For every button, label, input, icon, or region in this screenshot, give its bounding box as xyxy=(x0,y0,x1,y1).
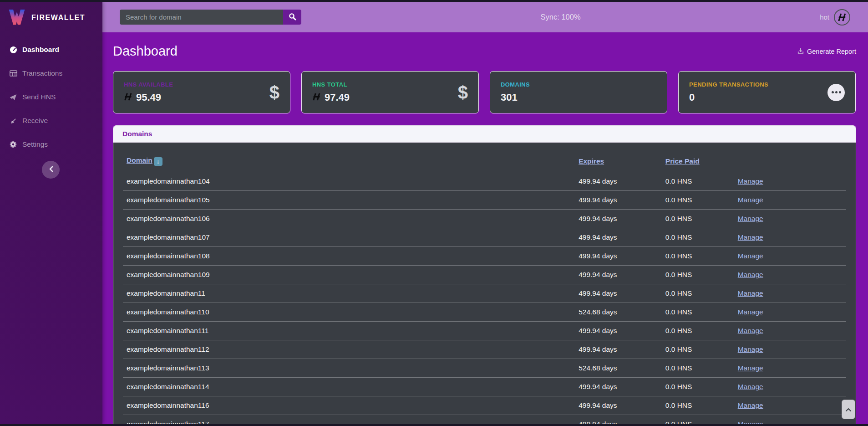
stat-card-pending-transactions: PENDING TRANSACTIONS 0 xyxy=(678,71,856,113)
sidebar-item-transactions[interactable]: Transactions xyxy=(0,62,102,85)
manage-link[interactable]: Manage xyxy=(738,327,763,334)
domain-cell: exampledomainnathan106 xyxy=(123,210,575,228)
sidebar-item-label: Transactions xyxy=(22,69,62,77)
table-row: exampledomainnathan112 499.94 days 0.0 H… xyxy=(123,340,846,359)
card-value: 301 xyxy=(501,92,518,103)
price-paid-cell: 0.0 HNS xyxy=(662,266,734,284)
gauge-icon xyxy=(9,46,17,54)
card-value: 97.49 xyxy=(325,92,350,103)
brand[interactable]: FIREWALLET xyxy=(0,2,102,32)
page-header: Dashboard Generate Report xyxy=(113,44,856,59)
manage-link[interactable]: Manage xyxy=(738,196,763,204)
manage-link[interactable]: Manage xyxy=(738,177,763,185)
table-header-row: Domain↓ Expires Price Paid xyxy=(123,144,846,172)
column-header-domain[interactable]: Domain xyxy=(127,156,152,164)
domains-table-body: exampledomainnathan104 499.94 days 0.0 H… xyxy=(123,172,846,425)
firewallet-w-logo-icon xyxy=(8,9,25,27)
dollar-icon: $ xyxy=(269,83,279,102)
card-label: HNS TOTAL xyxy=(312,81,350,88)
expires-cell: 499.94 days xyxy=(575,172,662,191)
domain-search xyxy=(120,10,301,25)
domain-cell: exampledomainnathan109 xyxy=(123,266,575,284)
table-row: exampledomainnathan113 524.68 days 0.0 H… xyxy=(123,359,846,378)
chevron-left-icon xyxy=(49,166,53,174)
wallet-indicator: hot xyxy=(820,9,850,26)
domains-panel-title: Domains xyxy=(113,126,856,143)
domain-cell: exampledomainnathan105 xyxy=(123,191,575,210)
domain-cell: exampledomainnathan114 xyxy=(123,378,575,396)
sort-desc-icon[interactable]: ↓ xyxy=(154,157,162,166)
chevron-up-icon xyxy=(846,406,851,413)
domains-table: Domain↓ Expires Price Paid exampledomain… xyxy=(123,144,846,425)
table-row: exampledomainnathan106 499.94 days 0.0 H… xyxy=(123,210,846,228)
sidebar-item-receive[interactable]: Receive xyxy=(0,109,102,133)
expires-cell: 499.94 days xyxy=(575,210,662,228)
expires-cell: 524.68 days xyxy=(575,303,662,322)
manage-link[interactable]: Manage xyxy=(738,345,763,353)
price-paid-cell: 0.0 HNS xyxy=(662,322,734,340)
domain-cell: exampledomainnathan104 xyxy=(123,172,575,191)
expires-cell: 499.94 days xyxy=(575,415,662,425)
expires-cell: 499.94 days xyxy=(575,340,662,359)
card-label: PENDING TRANSACTIONS xyxy=(689,81,768,88)
manage-link[interactable]: Manage xyxy=(738,364,763,372)
sidebar-item-dashboard[interactable]: Dashboard xyxy=(0,38,102,62)
card-label: DOMAINS xyxy=(501,81,530,88)
table-icon xyxy=(9,70,17,77)
manage-link[interactable]: Manage xyxy=(738,271,763,278)
domains-panel-body: Domain↓ Expires Price Paid exampledomain… xyxy=(113,143,856,425)
topbar: Sync: 100% hot xyxy=(102,2,868,32)
table-row: exampledomainnathan111 499.94 days 0.0 H… xyxy=(123,322,846,340)
expires-cell: 524.68 days xyxy=(575,359,662,378)
domain-cell: exampledomainnathan107 xyxy=(123,228,575,247)
domain-cell: exampledomainnathan113 xyxy=(123,359,575,378)
scroll-to-top-button[interactable] xyxy=(842,400,855,419)
table-row: exampledomainnathan104 499.94 days 0.0 H… xyxy=(123,172,846,191)
domains-panel: Domains Domain↓ Expires Price Paid examp… xyxy=(113,125,856,425)
table-row: exampledomainnathan114 499.94 days 0.0 H… xyxy=(123,378,846,396)
manage-link[interactable]: Manage xyxy=(738,252,763,260)
domain-cell: exampledomainnathan112 xyxy=(123,340,575,359)
search-button[interactable] xyxy=(283,10,301,25)
price-paid-cell: 0.0 HNS xyxy=(662,210,734,228)
generate-report-button[interactable]: Generate Report xyxy=(797,47,856,56)
price-paid-cell: 0.0 HNS xyxy=(662,359,734,378)
sidebar-item-settings[interactable]: Settings xyxy=(0,133,102,156)
table-row: exampledomainnathan107 499.94 days 0.0 H… xyxy=(123,228,846,247)
expires-cell: 499.94 days xyxy=(575,284,662,303)
stat-card-domains: DOMAINS 301 xyxy=(490,71,667,113)
expires-cell: 499.94 days xyxy=(575,378,662,396)
sidebar-collapse-button[interactable] xyxy=(42,161,60,179)
price-paid-cell: 0.0 HNS xyxy=(662,191,734,210)
expires-cell: 499.94 days xyxy=(575,266,662,284)
manage-link[interactable]: Manage xyxy=(738,401,763,409)
price-paid-cell: 0.0 HNS xyxy=(662,228,734,247)
search-input[interactable] xyxy=(120,10,283,25)
price-paid-cell: 0.0 HNS xyxy=(662,172,734,191)
price-paid-cell: 0.0 HNS xyxy=(662,378,734,396)
table-row: exampledomainnathan11 499.94 days 0.0 HN… xyxy=(123,284,846,303)
hns-coin-icon xyxy=(124,92,132,103)
expires-cell: 499.94 days xyxy=(575,191,662,210)
price-paid-cell: 0.0 HNS xyxy=(662,396,734,415)
manage-link[interactable]: Manage xyxy=(738,215,763,222)
column-header-price-paid[interactable]: Price Paid xyxy=(665,157,700,165)
expires-cell: 499.94 days xyxy=(575,396,662,415)
hns-coin-icon xyxy=(312,92,321,103)
ellipsis-icon[interactable] xyxy=(827,84,845,101)
sidebar-item-label: Receive xyxy=(22,117,48,125)
handshake-logo-icon[interactable] xyxy=(834,9,850,26)
domain-cell: exampledomainnathan117 xyxy=(123,415,575,425)
table-row: exampledomainnathan105 499.94 days 0.0 H… xyxy=(123,191,846,210)
bottom-edge-strip xyxy=(0,424,868,426)
brand-name: FIREWALLET xyxy=(31,14,85,22)
column-header-expires[interactable]: Expires xyxy=(579,157,604,165)
sidebar: FIREWALLET Dashboard Transactions Send H… xyxy=(0,2,102,424)
manage-link[interactable]: Manage xyxy=(738,289,763,297)
paper-plane-icon xyxy=(9,94,17,101)
manage-link[interactable]: Manage xyxy=(738,233,763,241)
manage-link[interactable]: Manage xyxy=(738,308,763,316)
price-paid-cell: 0.0 HNS xyxy=(662,247,734,266)
manage-link[interactable]: Manage xyxy=(738,383,763,390)
sidebar-item-send-hns[interactable]: Send HNS xyxy=(0,85,102,109)
